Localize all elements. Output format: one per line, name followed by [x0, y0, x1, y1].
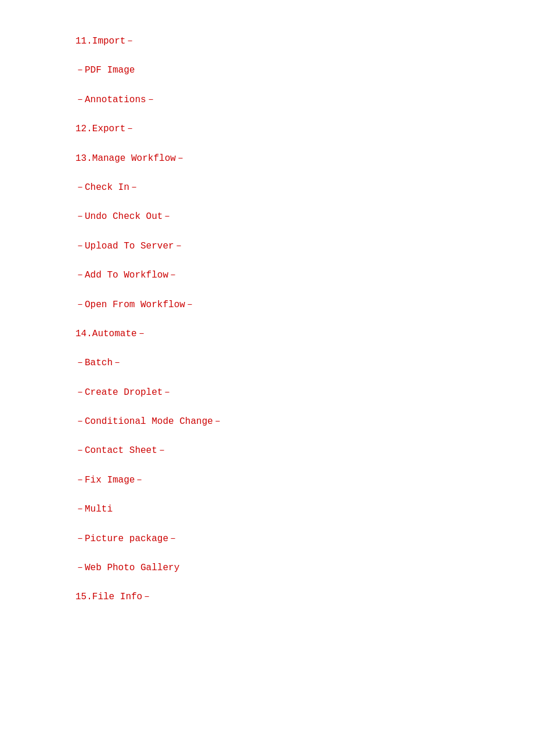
item-create-droplet: －Create Droplet－ — [75, 386, 534, 399]
item-batch: －Batch－ — [75, 357, 534, 369]
item-add-to-workflow: －Add To Workflow－ — [75, 269, 534, 282]
item-conditional-mode-change: －Conditional Mode Change－ — [75, 415, 534, 428]
item-13: 13.Manage Workflow－ — [75, 152, 534, 165]
item-check-in: －Check In－ — [75, 181, 534, 194]
item-contact-sheet: －Contact Sheet－ — [75, 444, 534, 457]
item-11: 11.Import－ — [75, 35, 534, 48]
item-undo-check-out: －Undo Check Out－ — [75, 210, 534, 223]
item-fix-image: －Fix Image－ — [75, 474, 534, 487]
item-14: 14.Automate－ — [75, 327, 534, 340]
item-annotations: －Annotations－ — [75, 93, 534, 106]
item-multi: －Multi — [75, 503, 534, 516]
menu-list: 11.Import－－PDF Image－Annotations－12.Expo… — [75, 35, 534, 604]
item-12: 12.Export－ — [75, 123, 534, 135]
item-web-photo-gallery: －Web Photo Gallery — [75, 561, 534, 574]
item-open-from-workflow: －Open From Workflow－ — [75, 298, 534, 311]
item-pdf-image: －PDF Image — [75, 64, 534, 77]
item-picture-package: －Picture package－ — [75, 532, 534, 545]
item-15: 15.File Info－ — [75, 591, 534, 603]
item-upload-to-server: －Upload To Server－ — [75, 240, 534, 253]
